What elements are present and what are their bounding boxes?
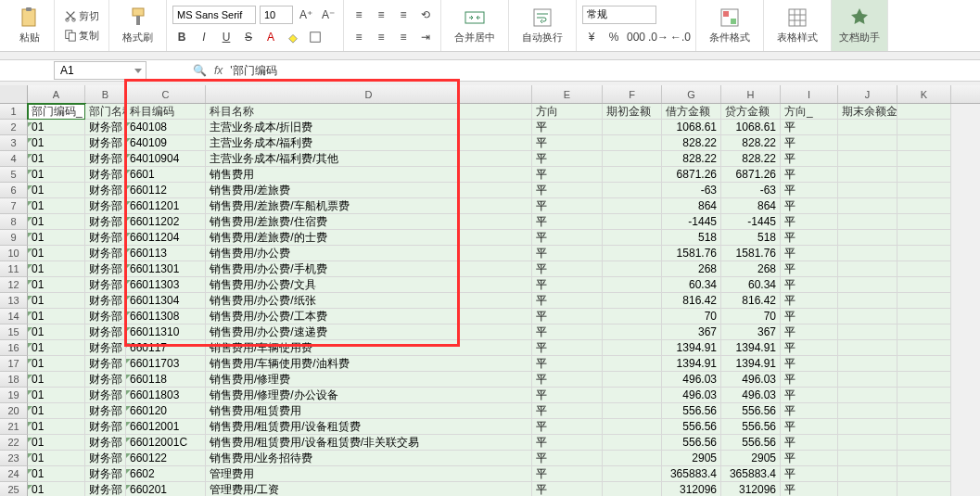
row-header[interactable]: 10: [0, 246, 28, 261]
cell[interactable]: 平: [532, 151, 603, 167]
copy-button[interactable]: 复制: [60, 27, 103, 45]
cell[interactable]: 367: [662, 324, 721, 340]
cell[interactable]: 66011201: [126, 198, 206, 214]
cell[interactable]: 60.34: [662, 277, 721, 293]
cell[interactable]: 70: [662, 309, 721, 324]
cell[interactable]: 518: [662, 230, 721, 246]
cell[interactable]: 财务部: [85, 120, 126, 135]
cell[interactable]: [897, 309, 951, 324]
col-header-B[interactable]: B: [85, 85, 126, 103]
cell[interactable]: 科目名称: [206, 104, 532, 120]
cell[interactable]: 财务部: [85, 230, 126, 246]
align-top-button[interactable]: ≡: [350, 6, 368, 24]
cell[interactable]: [838, 198, 897, 214]
row-header[interactable]: 19: [0, 388, 28, 403]
cell[interactable]: [897, 198, 951, 214]
cell[interactable]: 平: [781, 135, 838, 151]
conditional-format-button[interactable]: 条件格式: [702, 5, 757, 46]
cell[interactable]: 66012001: [126, 419, 206, 435]
cell[interactable]: 销售费用/车辆使用费/油料费: [206, 356, 532, 372]
cell[interactable]: [603, 451, 662, 466]
cell[interactable]: 平: [781, 230, 838, 246]
cell[interactable]: 平: [532, 277, 603, 293]
cell[interactable]: 财务部: [85, 403, 126, 419]
fill-color-button[interactable]: [284, 28, 302, 46]
cell[interactable]: 平: [532, 120, 603, 135]
row-header[interactable]: 18: [0, 372, 28, 388]
cell[interactable]: 01: [28, 356, 85, 372]
cell[interactable]: 销售费用/租赁费用/设备租赁费: [206, 419, 532, 435]
cell[interactable]: 01: [28, 451, 85, 466]
cell[interactable]: 66011202: [126, 214, 206, 230]
cell[interactable]: 平: [781, 435, 838, 451]
cell[interactable]: 01: [28, 324, 85, 340]
cell[interactable]: [838, 277, 897, 293]
cell[interactable]: [603, 261, 662, 277]
spreadsheet-grid[interactable]: 1部门编码_部门名称科目编码科目名称方向期初金额借方金额贷方金额方向_期末余额金…: [0, 104, 980, 496]
cell[interactable]: 平: [532, 198, 603, 214]
cell[interactable]: [603, 356, 662, 372]
cell[interactable]: 财务部: [85, 246, 126, 261]
cell[interactable]: 01: [28, 388, 85, 403]
cell[interactable]: 66011304: [126, 293, 206, 309]
cell[interactable]: 销售费用/差旅费/住宿费: [206, 214, 532, 230]
col-header-K[interactable]: K: [897, 85, 951, 103]
cell[interactable]: [897, 403, 951, 419]
cell[interactable]: 销售费用/办公费/工本费: [206, 309, 532, 324]
col-header-D[interactable]: D: [206, 85, 532, 103]
cell[interactable]: 平: [532, 403, 603, 419]
cell[interactable]: 平: [781, 167, 838, 183]
cell[interactable]: [603, 293, 662, 309]
cell[interactable]: 660118: [126, 372, 206, 388]
cell[interactable]: 销售费用/差旅费/的士费: [206, 230, 532, 246]
cell[interactable]: [897, 356, 951, 372]
cell[interactable]: 销售费用/修理费/办公设备: [206, 388, 532, 403]
cell[interactable]: 01: [28, 466, 85, 482]
cell[interactable]: 财务部: [85, 293, 126, 309]
cell[interactable]: 01: [28, 340, 85, 356]
col-header-J[interactable]: J: [838, 85, 897, 103]
cell[interactable]: 方向_: [781, 104, 838, 120]
cell[interactable]: [897, 293, 951, 309]
border-button[interactable]: [306, 28, 325, 46]
cell[interactable]: 平: [532, 451, 603, 466]
cell[interactable]: 66011703: [126, 356, 206, 372]
merge-center-button[interactable]: 合并居中: [447, 5, 503, 46]
increase-font-button[interactable]: A⁺: [297, 6, 315, 24]
cell[interactable]: 平: [532, 435, 603, 451]
cell[interactable]: 496.03: [721, 372, 781, 388]
cell[interactable]: 496.03: [662, 388, 721, 403]
cell[interactable]: [897, 435, 951, 451]
cell[interactable]: [897, 261, 951, 277]
cell[interactable]: 财务部: [85, 151, 126, 167]
cell[interactable]: 556.56: [662, 435, 721, 451]
row-header[interactable]: 8: [0, 214, 28, 230]
cell[interactable]: 平: [532, 309, 603, 324]
cell[interactable]: 01: [28, 309, 85, 324]
cell[interactable]: 01: [28, 403, 85, 419]
cell[interactable]: -63: [662, 183, 721, 198]
cell[interactable]: 平: [781, 340, 838, 356]
cell[interactable]: [838, 167, 897, 183]
cell[interactable]: 828.22: [721, 135, 781, 151]
cell[interactable]: [838, 482, 897, 496]
cell[interactable]: 借方金额: [662, 104, 721, 120]
cell[interactable]: 期末余额金额: [838, 104, 897, 120]
cell[interactable]: 01: [28, 230, 85, 246]
cell[interactable]: 6871.26: [721, 167, 781, 183]
cell[interactable]: 66011308: [126, 309, 206, 324]
cell[interactable]: 平: [781, 388, 838, 403]
cell[interactable]: [603, 324, 662, 340]
cell[interactable]: 销售费用/业务招待费: [206, 451, 532, 466]
cell[interactable]: [603, 167, 662, 183]
cell[interactable]: 01: [28, 261, 85, 277]
cell[interactable]: 60.34: [721, 277, 781, 293]
row-header[interactable]: 4: [0, 151, 28, 167]
cell[interactable]: 平: [781, 120, 838, 135]
cell[interactable]: 66011803: [126, 388, 206, 403]
cell[interactable]: 816.42: [662, 293, 721, 309]
align-left-button[interactable]: ≡: [350, 28, 368, 46]
paste-button[interactable]: 粘贴: [11, 5, 48, 46]
col-header-I[interactable]: I: [781, 85, 838, 103]
col-header-A[interactable]: A: [28, 85, 85, 103]
